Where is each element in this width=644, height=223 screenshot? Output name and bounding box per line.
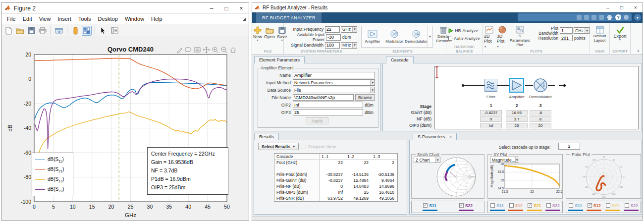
smith-chart-type-select[interactable]: Z Chart ▼: [414, 157, 440, 163]
qab-print-icon[interactable]: [606, 15, 613, 20]
input-power-field[interactable]: [326, 34, 341, 41]
zoom-out-icon[interactable]: [220, 46, 228, 54]
menu-help[interactable]: Help: [148, 16, 166, 22]
minimize-button[interactable]: –: [204, 3, 219, 14]
cascade-stage-field[interactable]: [558, 143, 580, 150]
sparam-toggle-s11[interactable]: S11: [490, 203, 505, 211]
auto-analyze-toggle[interactable]: Auto-Analyze: [446, 35, 483, 43]
insert-colorbar-button[interactable]: [70, 26, 80, 36]
amplifier-block[interactable]: [509, 78, 524, 93]
tab-element-parameters[interactable]: Element Parameters: [254, 56, 305, 63]
maximize-button[interactable]: □: [615, 3, 629, 12]
hb-analyze-button[interactable]: HB-Analyze: [446, 27, 483, 35]
edit-plot-icon[interactable]: [176, 46, 183, 54]
qab-icon[interactable]: [624, 15, 629, 20]
restore-view-home-icon[interactable]: [229, 46, 237, 54]
dock-figure-button[interactable]: [54, 26, 64, 36]
signal-bandwidth-field[interactable]: [325, 42, 340, 49]
stage-nf-cell[interactable]: 3.7: [506, 116, 528, 122]
filter-block[interactable]: [484, 79, 497, 92]
sparam-toggle-s11[interactable]: S11: [568, 203, 583, 211]
menu-file[interactable]: File: [3, 16, 19, 22]
stage-nf-cell[interactable]: 0: [480, 116, 502, 122]
xy-plot[interactable]: 21.52222.514.51515.516Magnitude(dB): [489, 163, 562, 197]
resolution-field[interactable]: [560, 35, 573, 41]
close-button[interactable]: ×: [234, 3, 249, 14]
sparam-toggle-s22[interactable]: S22: [545, 203, 560, 211]
cursor-tool-button[interactable]: [98, 26, 108, 36]
dock-arrow-icon[interactable]: [243, 17, 246, 21]
export-button[interactable]: Export ▼: [610, 26, 630, 42]
checkbox[interactable]: [569, 203, 573, 208]
open-file-button[interactable]: [15, 26, 25, 36]
compare-view-toggle[interactable]: Compare View: [302, 144, 336, 149]
apply-button[interactable]: Apply: [306, 117, 328, 124]
legend-entry[interactable]: dB(S21): [35, 165, 73, 174]
qab-icon[interactable]: [599, 15, 604, 20]
amplifier-button[interactable]: Amplifier: [362, 26, 383, 47]
stage-nf-cell[interactable]: 8: [530, 116, 551, 122]
oip2-field[interactable]: [293, 102, 363, 108]
minimize-button[interactable]: –: [601, 3, 615, 12]
compare-view-checkbox[interactable]: [302, 145, 306, 149]
data-source-select[interactable]: File ▼: [293, 87, 375, 93]
legend-entry[interactable]: dB(S22): [35, 184, 73, 194]
plot-bandwidth-unit-select[interactable]: GHz ▼: [574, 27, 590, 34]
sparam-toggle-s22[interactable]: S22: [624, 203, 639, 211]
menu-edit[interactable]: Edit: [19, 16, 36, 22]
stage-oip3-cell[interactable]: 25: [506, 123, 528, 128]
qab-icon[interactable]: [584, 15, 589, 20]
frequency-unit-select[interactable]: GHz ▼: [341, 26, 357, 33]
zoom-in-icon[interactable]: [212, 46, 219, 54]
stage-oip3-cell[interactable]: 20: [530, 123, 551, 128]
data-brush-icon[interactable]: [194, 46, 201, 54]
checkbox[interactable]: ✓: [528, 203, 532, 208]
file-name-field[interactable]: [293, 94, 354, 101]
checkbox[interactable]: [546, 203, 551, 208]
menu-tools[interactable]: Tools: [75, 16, 95, 22]
oip3-field[interactable]: [293, 109, 363, 115]
checkbox[interactable]: [490, 203, 495, 208]
checkbox[interactable]: ✓: [588, 203, 592, 208]
demodulator-button[interactable]: Demodulator: [405, 26, 427, 47]
sparam-toggle-s21[interactable]: S21: [605, 203, 620, 211]
tab-rf-budget-analyzer[interactable]: RF BUDGET ANALYZER: [256, 12, 322, 23]
datatip-icon[interactable]: [185, 46, 192, 54]
print-figure-button[interactable]: [38, 26, 48, 36]
checkbox[interactable]: ✓: [459, 203, 464, 208]
property-inspector-button[interactable]: [109, 26, 119, 36]
select-results-button[interactable]: Select Results ▼: [258, 143, 299, 150]
auto-analyze-checkbox[interactable]: [448, 37, 452, 41]
results-table[interactable]: Cascade1..11..21..3Fout (GHz)22222Friis-…: [274, 153, 398, 202]
pan-icon[interactable]: [203, 46, 210, 54]
plot-bandwidth-field[interactable]: [560, 27, 573, 34]
default-layout-button[interactable]: Default Layout: [590, 26, 609, 43]
input-method-select[interactable]: Network Parameters ▼: [293, 79, 375, 86]
checkbox[interactable]: [625, 203, 629, 208]
help-icon[interactable]: ?: [615, 14, 621, 20]
sparam-toggle-s12[interactable]: S12: [508, 203, 523, 211]
plot-legend[interactable]: dB(S11)dB(S21)dB(S12)dB(S22): [32, 153, 73, 196]
sparam-toggle-s22[interactable]: ✓S22: [459, 203, 474, 211]
checkbox[interactable]: [509, 203, 514, 208]
demodulator-block[interactable]: [533, 78, 548, 93]
save-figure-button[interactable]: [26, 26, 36, 36]
polar-plot[interactable]: 0306090120150180210240270300330: [577, 156, 631, 198]
stage-oip3-cell[interactable]: Inf: [480, 123, 502, 128]
stage-gain-cell[interactable]: 16.95: [506, 110, 528, 115]
bandwidth-unit-select[interactable]: MHz ▼: [341, 42, 357, 49]
sparam-toggle-s11[interactable]: ✓S11: [423, 203, 437, 211]
checkbox[interactable]: [606, 203, 610, 208]
plot-annotation-box[interactable]: Center Frequency = 22GHzGain = 16.9536dB…: [147, 147, 228, 195]
name-field[interactable]: [293, 72, 375, 78]
menu-desktop[interactable]: Desktop: [95, 16, 121, 22]
plot-layout-button[interactable]: [82, 26, 92, 36]
new-figure-button[interactable]: [3, 26, 13, 36]
tab-results[interactable]: Results: [254, 133, 279, 140]
maximize-button[interactable]: □: [219, 3, 234, 14]
sparam-toggle-s21[interactable]: ✓S21: [527, 203, 542, 211]
menu-view[interactable]: View: [36, 16, 54, 22]
qab-dropdown-icon[interactable]: ▼: [634, 14, 641, 21]
stage-gain-cell[interactable]: -6: [530, 110, 551, 115]
tab-cascade[interactable]: Cascade: [386, 56, 414, 63]
